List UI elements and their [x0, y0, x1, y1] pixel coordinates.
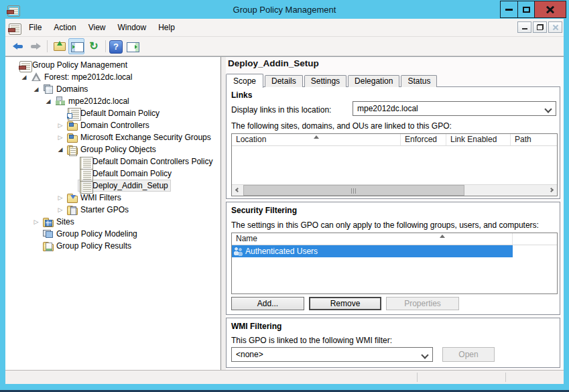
tree-item: Sites [5, 216, 220, 228]
tree-item: Group Policy Modeling [5, 228, 220, 240]
tree-item-label-area[interactable]: Group Policy Results [42, 240, 134, 252]
maximize-button[interactable] [517, 1, 535, 18]
status-bar [5, 370, 564, 384]
main-area: Group Policy Management Forest: mpe2012d… [5, 56, 564, 370]
gpo-folder-icon [67, 147, 78, 155]
tree-item-label-area[interactable]: Starter GPOs [66, 204, 131, 216]
child-minimize-button[interactable] [517, 21, 531, 33]
tree-item-label-area[interactable]: Group Policy Modeling [42, 228, 140, 240]
security-filtering-buttons: Add... Remove Properties [231, 297, 464, 310]
wmi-filter-dropdown[interactable]: <none> [231, 347, 433, 362]
tree-item-label-area[interactable]: Group Policy Management [17, 59, 130, 71]
refresh-icon[interactable] [86, 38, 102, 54]
expander-icon[interactable] [55, 119, 66, 131]
security-principal-name: Authenticated Users [245, 247, 318, 256]
tree-item: Domain Controllers [5, 119, 220, 131]
expander-icon[interactable] [31, 83, 42, 95]
open-button: Open [442, 347, 495, 362]
location-dropdown[interactable]: mpe2012dc.local [353, 101, 556, 116]
tree-item: Group Policy Results [5, 240, 220, 252]
tree-item-label-area[interactable]: Domains [42, 83, 90, 95]
tree-item-label-area[interactable]: Default Domain Policy [78, 168, 174, 180]
expander-icon[interactable] [55, 131, 66, 143]
show-action-pane-icon[interactable] [124, 38, 140, 54]
tree-item-label-area[interactable]: Deploy_Addin_Setup [78, 180, 171, 192]
scroll-left-button[interactable] [232, 185, 243, 196]
tree-item-label-area[interactable]: Sites [42, 216, 77, 228]
up-one-level-icon[interactable] [51, 38, 67, 54]
menu-window[interactable]: Window [112, 19, 153, 36]
help-icon[interactable] [109, 40, 123, 54]
gpo-title: Deploy_Addin_Setup [228, 58, 319, 68]
security-filtering-heading: Security Filtering [231, 206, 297, 215]
tab-settings[interactable]: Settings [304, 75, 346, 87]
expander-icon[interactable] [19, 71, 29, 83]
forward-icon[interactable] [27, 38, 44, 54]
tree-item-label: Default Domain Controllers Policy [92, 157, 212, 166]
tree-item-label-area[interactable]: Microsoft Exchange Security Groups [66, 131, 214, 143]
child-restore-button[interactable] [533, 21, 547, 33]
scrollbar-thumb[interactable] [243, 185, 464, 196]
tree-item-label-area[interactable]: Default Domain Controllers Policy [78, 155, 215, 168]
minimize-button[interactable] [500, 1, 518, 18]
table-row[interactable]: Authenticated Users [232, 245, 513, 257]
tree-item-label-area[interactable]: Default Domain Policy [66, 107, 162, 119]
tab-status[interactable]: Status [401, 75, 437, 87]
child-minimize-icon [522, 28, 527, 29]
scroll-right-button[interactable] [546, 185, 557, 196]
wmi-filter-dropdown-value: <none> [236, 350, 263, 359]
security-filtering-table: Name Authenticated Users [231, 233, 558, 294]
tree-item: Starter GPOs [5, 204, 220, 216]
tree-item-label: Default Domain Policy [80, 109, 160, 118]
close-button[interactable] [534, 1, 566, 18]
pane-splitter[interactable] [221, 57, 226, 370]
tab-scope[interactable]: Scope [226, 74, 263, 88]
tab-delegation[interactable]: Delegation [348, 75, 399, 87]
column-header[interactable]: Location [232, 134, 401, 145]
security-table-header: Name [232, 233, 557, 245]
gpo-link-icon [67, 108, 78, 119]
expander-icon[interactable] [55, 192, 66, 204]
links-table: Location Enforced Link Enabled [231, 133, 558, 196]
tab-details[interactable]: Details [265, 75, 303, 87]
menu-view[interactable]: View [82, 19, 112, 36]
column-header[interactable]: Link Enabled [446, 134, 511, 145]
column-header[interactable]: Path [511, 134, 557, 145]
tree-item-label-area[interactable]: Domain Controllers [66, 119, 152, 131]
tree-item-label-area[interactable]: mpe2012dc.local [54, 95, 132, 107]
window-border-left [0, 19, 5, 392]
tree-item: Default Domain Policy [5, 168, 220, 180]
wmi-filtering-heading: WMI Filtering [231, 322, 281, 331]
remove-button[interactable]: Remove [309, 297, 381, 310]
gpo-icon [79, 156, 90, 167]
tree-item-label: mpe2012dc.local [68, 96, 129, 106]
back-icon[interactable] [10, 38, 26, 54]
tree-item-label-area[interactable]: Group Policy Objects [66, 143, 159, 155]
window-border-right [564, 19, 569, 392]
menu-action[interactable]: Action [48, 19, 82, 36]
menu-file[interactable]: File [23, 19, 48, 36]
menu-help[interactable]: Help [152, 19, 181, 36]
maximize-icon [523, 7, 530, 13]
column-header[interactable]: Enforced [401, 134, 446, 145]
menu-bar: File Action View Window Help [5, 19, 564, 37]
tree-item-label-area[interactable]: Forest: mpe2012dc.local [29, 71, 135, 83]
expander-icon[interactable] [43, 95, 54, 107]
child-window-controls [517, 21, 562, 33]
expander-icon[interactable] [31, 216, 42, 228]
tree-item-label-area[interactable]: WMI Filters [66, 192, 124, 204]
console-tree-toggle-icon[interactable] [68, 38, 84, 54]
chevron-down-icon [542, 102, 556, 115]
child-close-button[interactable] [548, 21, 562, 33]
status-bar-separator [505, 373, 506, 382]
gpo-tabs: Scope Details Settings Delegation Status [226, 73, 438, 87]
name-column-header[interactable]: Name [232, 233, 513, 245]
tree-item-label: Group Policy Objects [80, 145, 156, 154]
child-restore-icon [537, 24, 544, 30]
add-button[interactable]: Add... [231, 297, 304, 310]
domain-icon [55, 96, 66, 107]
expander-icon[interactable] [55, 143, 66, 155]
expander-icon[interactable] [55, 204, 66, 216]
chevron-down-icon [419, 348, 432, 361]
properties-button: Properties [386, 297, 459, 310]
